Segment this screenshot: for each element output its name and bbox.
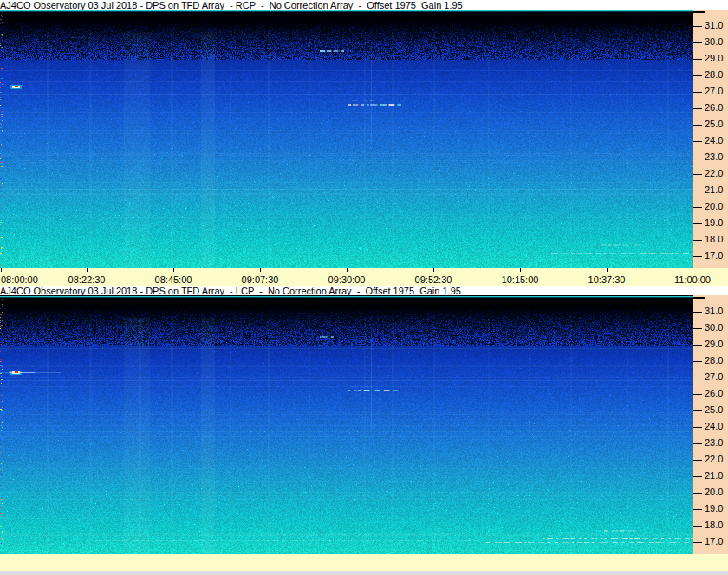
freq-tick: [693, 26, 702, 27]
window-bottom-strip: [0, 571, 728, 575]
freq-tick: [693, 256, 702, 257]
freq-tick: [693, 328, 702, 329]
spectrogram-panel-lcp: AJ4CO Observatory 03 Jul 2018 - DPS on T…: [0, 286, 728, 554]
freq-tick: [693, 207, 702, 208]
time-tick: [87, 268, 88, 272]
freq-tick-label: 24.0: [705, 135, 723, 145]
freq-tick-label: 21.0: [705, 470, 723, 481]
freq-tick-label: 31.0: [705, 306, 723, 316]
time-tick-label: 09:52:30: [415, 275, 452, 285]
freq-tick: [693, 125, 702, 126]
freq-tick-label: 24.0: [705, 421, 723, 431]
time-tick: [607, 268, 608, 272]
time-tick-label: 09:07:30: [242, 275, 279, 285]
freq-tick: [693, 191, 702, 191]
freq-tick-label: 20.0: [705, 487, 723, 497]
freq-tick-label: 29.0: [705, 339, 723, 349]
freq-tick: [693, 240, 702, 241]
freq-tick-label: 29.0: [705, 53, 723, 63]
time-tick: [520, 268, 521, 272]
freq-axis-top-tick: [693, 297, 705, 299]
freq-tick-label: 22.0: [705, 454, 723, 464]
freq-tick-label: 20.0: [705, 201, 723, 211]
time-tick-label: 10:37:30: [588, 275, 626, 285]
freq-tick-label: 17.0: [705, 536, 723, 546]
freq-tick-label: 25.0: [705, 404, 723, 415]
time-tick: [692, 268, 692, 272]
freq-tick: [693, 223, 702, 224]
freq-tick: [693, 42, 702, 43]
freq-tick-label: 27.0: [705, 371, 723, 382]
freq-tick: [693, 526, 702, 527]
time-tick-label: 11:00:00: [674, 275, 711, 285]
freq-tick: [693, 542, 702, 543]
time-tick-label: 08:22:30: [68, 275, 106, 285]
panel-title-rcp: AJ4CO Observatory 03 Jul 2018 - DPS on T…: [0, 0, 728, 10]
time-tick-label: 08:45:00: [155, 275, 192, 285]
freq-tick: [693, 476, 702, 477]
time-tick: [1, 268, 2, 272]
freq-tick: [693, 92, 702, 93]
freq-tick: [693, 378, 702, 378]
time-tick: [173, 268, 174, 272]
freq-tick-label: 23.0: [705, 152, 723, 162]
plot-row-rcp: 31.030.029.028.027.026.025.024.023.022.0…: [0, 10, 728, 268]
freq-tick-label: 18.0: [705, 234, 723, 244]
freq-tick: [693, 312, 702, 313]
freq-tick-label: 23.0: [705, 437, 723, 448]
freq-tick: [693, 345, 702, 346]
freq-tick-label: 18.0: [705, 520, 723, 530]
freq-tick-label: 17.0: [705, 250, 723, 261]
freq-tick: [693, 460, 702, 461]
freq-tick-label: 19.0: [705, 217, 723, 228]
freq-axis-top-tick: [693, 11, 705, 13]
panel-title-lcp: AJ4CO Observatory 03 Jul 2018 - DPS on T…: [0, 286, 728, 295]
freq-tick: [693, 158, 702, 158]
freq-tick: [693, 427, 702, 428]
spectrogram-lcp: [0, 295, 693, 554]
freq-tick: [693, 141, 702, 142]
freq-tick-label: 30.0: [705, 36, 723, 47]
freq-tick: [693, 174, 702, 175]
time-tick: [260, 268, 261, 272]
spectrogram-panel-rcp: AJ4CO Observatory 03 Jul 2018 - DPS on T…: [0, 0, 728, 268]
plot-row-lcp: 31.030.029.028.027.026.025.024.023.022.0…: [0, 295, 728, 554]
freq-tick-label: 31.0: [705, 20, 723, 30]
freq-tick-label: 26.0: [705, 102, 723, 113]
time-tick: [347, 268, 348, 272]
time-tick-label: 10:15:00: [502, 275, 539, 285]
freq-tick-label: 28.0: [705, 355, 723, 365]
freq-tick-label: 28.0: [705, 69, 723, 80]
dps-spectrograph-window: AJ4CO Observatory 03 Jul 2018 - DPS on T…: [0, 0, 728, 575]
spectrogram-rcp: [0, 10, 693, 268]
freq-tick: [693, 75, 702, 76]
freq-tick-label: 27.0: [705, 86, 723, 96]
freq-tick: [693, 443, 702, 444]
freq-tick: [693, 509, 702, 510]
freq-tick: [693, 59, 702, 60]
freq-axis-lcp: 31.030.029.028.027.026.025.024.023.022.0…: [693, 295, 728, 554]
freq-tick-label: 25.0: [705, 119, 723, 129]
time-axis: 08:00:0008:22:3008:45:0009:07:3009:30:00…: [0, 268, 728, 286]
freq-tick: [693, 410, 702, 411]
time-axis-lcp-partial: [0, 554, 728, 571]
time-tick-label: 08:00:00: [1, 275, 38, 285]
freq-tick: [693, 493, 702, 494]
freq-tick: [693, 361, 702, 362]
freq-tick: [693, 108, 702, 109]
freq-tick: [693, 394, 702, 395]
freq-tick-label: 21.0: [705, 184, 723, 195]
time-tick: [433, 268, 434, 272]
freq-tick-label: 30.0: [705, 322, 723, 333]
freq-tick-label: 26.0: [705, 388, 723, 398]
time-tick-label: 09:30:00: [328, 275, 366, 285]
freq-axis-rcp: 31.030.029.028.027.026.025.024.023.022.0…: [693, 10, 728, 268]
freq-tick-label: 19.0: [705, 503, 723, 514]
freq-tick-label: 22.0: [705, 168, 723, 178]
